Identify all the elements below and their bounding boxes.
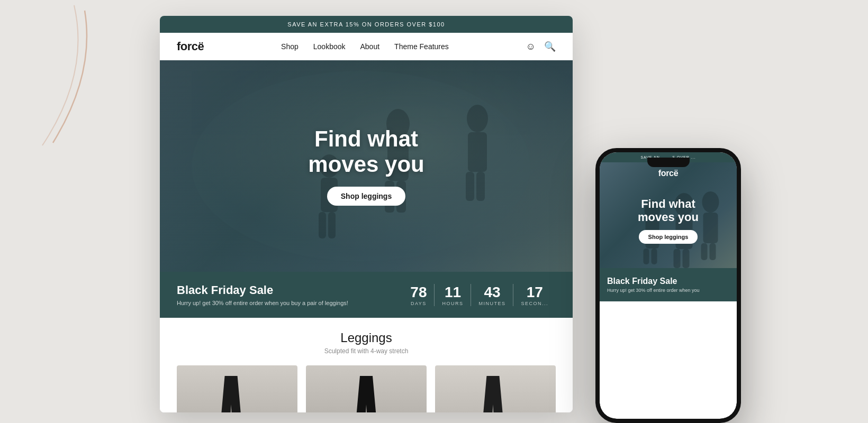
hero-section: Find what moves you Shop leggings (160, 60, 573, 272)
seconds-label: SECON... (521, 301, 548, 306)
svg-rect-7 (466, 172, 474, 201)
svg-rect-6 (468, 132, 487, 172)
phone-countdown: Black Friday Sale Hurry up! get 30% off … (600, 268, 737, 301)
hours-label: HOURS (442, 301, 463, 306)
svg-rect-24 (652, 249, 657, 264)
svg-rect-11 (319, 212, 326, 238)
svg-point-17 (702, 191, 719, 213)
nav-icons: ☺ 🔍 (526, 41, 556, 52)
announcement-text: SAVE AN EXTRA 15% ON ORDERS OVER $100 (287, 21, 445, 27)
phone-sale-title: Black Friday Sale (607, 277, 729, 286)
days-label: DAYS (410, 301, 427, 306)
site-logo[interactable]: forcë (177, 40, 204, 53)
product-card-1[interactable] (177, 365, 297, 412)
minutes-label: MINUTES (478, 301, 505, 306)
navigation: forcë Shop Lookbook About Theme Features… (160, 33, 573, 60)
countdown-days: 78 DAYS (403, 284, 435, 306)
product-card-3[interactable] (435, 365, 556, 412)
sale-title: Black Friday Sale (177, 283, 348, 297)
phone-sale-subtitle: Hurry up! get 30% off entire order when … (607, 288, 729, 293)
phone-hero-title: Find what moves you (638, 197, 699, 224)
search-icon[interactable]: 🔍 (544, 41, 556, 52)
svg-rect-18 (703, 213, 718, 243)
phone-shop-button[interactable]: Shop leggings (639, 230, 698, 244)
products-grid (177, 365, 556, 412)
hours-value: 11 (442, 284, 463, 301)
countdown-minutes: 43 MINUTES (471, 284, 513, 306)
product-card-2[interactable] (306, 365, 427, 412)
shop-leggings-button[interactable]: Shop leggings (327, 187, 405, 206)
products-title: Leggings (177, 330, 556, 345)
svg-rect-23 (644, 249, 649, 264)
products-subtitle: Sculpted fit with 4-way stretch (177, 347, 556, 355)
nav-lookbook[interactable]: Lookbook (313, 42, 346, 51)
svg-rect-16 (683, 249, 690, 268)
days-value: 78 (410, 284, 427, 301)
decorative-arc (0, 0, 95, 148)
countdown-info: Black Friday Sale Hurry up! get 30% off … (177, 283, 348, 306)
svg-rect-8 (476, 172, 485, 201)
countdown-seconds: 17 SECON... (513, 284, 556, 306)
svg-rect-12 (328, 212, 336, 238)
nav-about[interactable]: About (360, 42, 380, 51)
phone-logo: forcë (658, 169, 679, 178)
desktop-mockup: SAVE AN EXTRA 15% ON ORDERS OVER $100 fo… (160, 16, 573, 412)
svg-rect-19 (701, 243, 708, 260)
announcement-bar: SAVE AN EXTRA 15% ON ORDERS OVER $100 (160, 16, 573, 33)
hero-title-line2: moves you (308, 152, 424, 177)
nav-shop[interactable]: Shop (281, 42, 299, 51)
sale-subtitle: Hurry up! get 30% off entire order when … (177, 300, 348, 306)
products-section: Leggings Sculpted fit with 4-way stretch (160, 318, 573, 412)
minutes-value: 43 (478, 284, 505, 301)
svg-rect-20 (710, 243, 716, 260)
countdown-hours: 11 HOURS (435, 284, 471, 306)
phone-notch (647, 158, 690, 167)
phone-hero-title-line2: moves you (638, 210, 699, 224)
phone-mockup: SAVE AN S OVER ... forcë (595, 148, 741, 423)
svg-point-5 (467, 105, 488, 132)
countdown-section: Black Friday Sale Hurry up! get 30% off … (160, 272, 573, 318)
account-icon[interactable]: ☺ (526, 41, 536, 52)
phone-hero: forcë Find what moves you Shop leggings (600, 162, 737, 268)
nav-theme-features[interactable]: Theme Features (394, 42, 449, 51)
phone-screen: SAVE AN S OVER ... forcë (600, 152, 737, 419)
svg-rect-15 (674, 249, 681, 268)
hero-title: Find what moves you (308, 126, 424, 178)
seconds-value: 17 (521, 284, 548, 301)
countdown-timer: 78 DAYS 11 HOURS 43 MINUTES 17 SECON... (403, 284, 556, 306)
nav-links: Shop Lookbook About Theme Features (281, 42, 449, 51)
hero-content: Find what moves you Shop leggings (308, 126, 424, 206)
phone-hero-content: Find what moves you Shop leggings (638, 187, 699, 244)
